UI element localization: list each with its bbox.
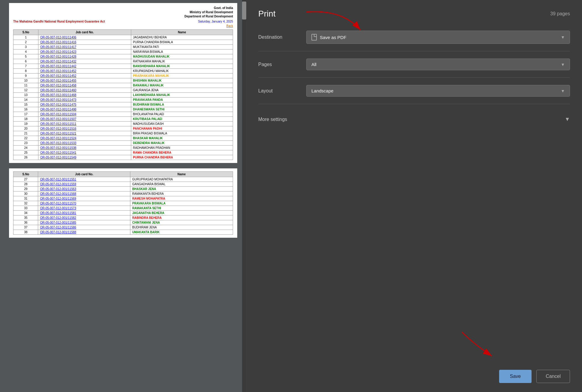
table-row: 26OR-05-007-012-001/11549PURNA CHANDRA B… [14,155,233,160]
cell-jobcard[interactable]: OR-05-007-012-001/11585 [38,220,130,225]
cell-jobcard[interactable]: OR-05-007-012-001/11416 [38,40,131,45]
cancel-button[interactable]: Cancel [536,370,570,383]
cell-jobcard[interactable]: OR-05-007-012-001/11521 [38,131,131,136]
cell-jobcard[interactable]: OR-05-007-012-001/11559 [38,182,130,187]
cell-sno: 21 [14,131,38,136]
pages-label: Pages [258,62,306,67]
cell-sno: 36 [14,220,38,225]
cell-jobcard[interactable]: OR-05-007-012-001/11549 [38,155,131,160]
cell-jobcard[interactable]: OR-05-007-012-001/11588 [38,230,130,235]
table-row: 3OR-05-007-012-001/11417MUKTIKANTA PATI [14,45,233,50]
destination-dropdown[interactable]: Save as PDF ▼ [306,31,570,44]
cell-jobcard[interactable]: OR-05-007-012-001/11563 [38,187,130,191]
cell-jobcard[interactable]: OR-05-007-012-001/11504 [38,112,131,117]
cell-sno: 11 [14,83,38,88]
table-row: 19OR-05-007-012-001/11511MADHUSUDAN DASH [14,122,233,126]
cell-jobcard[interactable]: OR-05-007-012-001/11511 [38,122,131,126]
cell-jobcard[interactable]: OR-05-007-012-001/11524 [38,136,131,141]
cell-name: RABINDRA BEHERA [130,216,233,220]
table-row: 15OR-05-007-012-001/11475BUDHIRAM BISWAL… [14,102,233,107]
cell-sno: 18 [14,117,38,122]
table-row: 8OR-05-007-012-001/11452KRUPASINDHU MAHA… [14,69,233,74]
cell-jobcard[interactable]: OR-05-007-012-001/11570 [38,201,130,206]
cell-jobcard[interactable]: OR-05-007-012-001/11569 [38,196,130,201]
cell-sno: 26 [14,155,38,160]
back-link[interactable]: Back [13,24,233,28]
print-panel: Print 39 pages Destination Save as PDF ▼… [246,0,582,392]
cell-name: PRAVAKARA BISWALA [130,201,233,206]
table-row: 27OR-05-007-012-001/11551GURUPRASAD MOHA… [14,177,233,182]
print-title: Print [258,9,276,19]
cell-sno: 35 [14,216,38,220]
table-row: 34OR-05-007-012-001/11581JAGANATHA BEHER… [14,211,233,216]
gov-info: Govt. of India Ministry of Rural Develop… [184,6,233,19]
more-settings-row[interactable]: More settings ▼ [258,111,570,127]
cell-sno: 37 [14,225,38,230]
page-2: S.No Job card No. Name 27OR-05-007-012-0… [9,168,237,238]
table-row: 2OR-05-007-012-001/11416PURNA CHANDRA BI… [14,40,233,45]
cell-name: GAURANGA JENA [131,88,233,93]
col-jobcard-2: Job card No. [38,172,130,177]
cell-jobcard[interactable]: OR-05-007-012-001/11455 [38,78,131,83]
cell-sno: 30 [14,191,38,196]
cell-name: PURNA CHANDRA BISWALA [131,40,233,45]
table-row: 23OR-05-007-012-001/11533DEBENDRA MAHALI… [14,141,233,146]
cell-jobcard[interactable]: OR-05-007-012-001/11473 [38,98,131,102]
cell-name: BANSHIDHARA MAHALIK [131,64,233,69]
cell-jobcard[interactable]: OR-05-007-012-001/11498 [38,107,131,112]
cell-jobcard[interactable]: OR-05-007-012-001/11458 [38,83,131,88]
col-sno-2: S.No [14,172,38,177]
cell-jobcard[interactable]: OR-05-007-012-001/11586 [38,225,130,230]
scrollbar-thumb[interactable] [242,2,246,20]
table-row: 32OR-05-007-012-001/11570PRAVAKARA BISWA… [14,201,233,206]
cell-jobcard[interactable]: OR-05-007-012-001/11541 [38,150,131,155]
cell-sno: 6 [14,59,38,64]
cell-jobcard[interactable]: OR-05-007-012-001/11507 [38,117,131,122]
table-row: 14OR-05-007-012-001/11473PRAVAKARA PANDA [14,98,233,102]
cell-jobcard[interactable]: OR-05-007-012-001/11452 [38,74,131,78]
cell-jobcard[interactable]: OR-05-007-012-001/11417 [38,45,131,50]
cell-jobcard[interactable]: OR-05-007-012-001/11428 [38,54,131,59]
cell-jobcard[interactable]: OR-05-007-012-001/11432 [38,59,131,64]
cell-jobcard[interactable]: OR-05-007-012-001/11538 [38,146,131,150]
cell-sno: 14 [14,98,38,102]
cell-sno: 27 [14,177,38,182]
cell-jobcard[interactable]: OR-05-007-012-001/11460 [38,88,131,93]
act-title: The Mahatma Gandhi National Rural Employ… [13,20,105,23]
destination-row: Destination Save as PDF ▼ [258,31,570,51]
table-row: 10OR-05-007-012-001/11455BHISHMA MAHALIK [14,78,233,83]
cell-jobcard[interactable]: OR-05-007-012-001/11568 [38,191,130,196]
cell-jobcard[interactable]: OR-05-007-012-001/11468 [38,93,131,98]
save-button[interactable]: Save [499,370,532,383]
table-row: 37OR-05-007-012-001/11586BUDHIRAM JENA [14,225,233,230]
cell-jobcard[interactable]: OR-05-007-012-001/11406 [38,35,131,40]
cell-jobcard[interactable]: OR-05-007-012-001/11582 [38,216,130,220]
cell-sno: 8 [14,69,38,74]
cell-sno: 16 [14,107,38,112]
table-row: 36OR-05-007-012-001/11585CHINTAMANI JENA [14,220,233,225]
pages-dropdown[interactable]: All ▼ [306,59,570,70]
layout-dropdown[interactable]: Landscape ▼ [306,85,570,97]
pdf-icon [311,34,317,41]
cell-jobcard[interactable]: OR-05-007-012-001/11573 [38,206,130,211]
cell-sno: 12 [14,88,38,93]
scrollbar[interactable] [242,0,246,392]
table-row: 25OR-05-007-012-001/11541RAMA CHANDRA BE… [14,150,233,155]
table-row: 29OR-05-007-012-001/11563BHASKAR JENA [14,187,233,191]
cell-jobcard[interactable]: OR-05-007-012-001/11581 [38,211,130,216]
cell-jobcard[interactable]: OR-05-007-012-001/11516 [38,126,131,131]
cell-sno: 7 [14,64,38,69]
cell-jobcard[interactable]: OR-05-007-012-001/11533 [38,141,131,146]
cell-name: KRUPASINDHU MAHALIK [131,69,233,74]
destination-label: Destination [258,35,306,40]
cell-jobcard[interactable]: OR-05-007-012-001/11423 [38,50,131,54]
cell-jobcard[interactable]: OR-05-007-012-001/11442 [38,64,131,69]
cell-sno: 32 [14,201,38,206]
table-row: 11OR-05-007-012-001/11458BANAMALI MAHALI… [14,83,233,88]
destination-control-left: Save as PDF [311,34,346,41]
cell-jobcard[interactable]: OR-05-007-012-001/11452 [38,69,131,74]
cell-jobcard[interactable]: OR-05-007-012-001/11475 [38,102,131,107]
cell-sno: 3 [14,45,38,50]
cell-name: BUDHIRAM BISWALA [131,102,233,107]
cell-jobcard[interactable]: OR-05-007-012-001/11551 [38,177,130,182]
